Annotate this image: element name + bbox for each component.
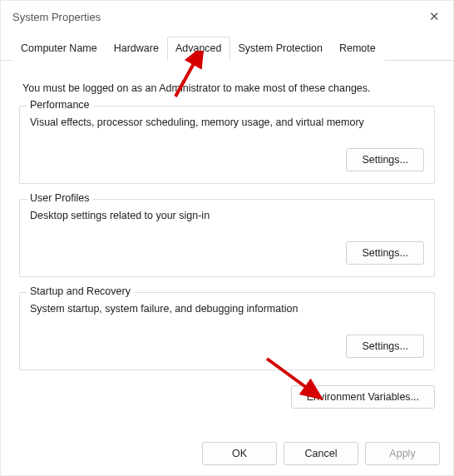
performance-settings-button[interactable]: Settings... xyxy=(346,148,424,171)
group-user-profiles-legend: User Profiles xyxy=(27,192,93,204)
group-performance-legend: Performance xyxy=(27,99,93,111)
group-startup-desc: System startup, system failure, and debu… xyxy=(30,303,424,315)
footer: OK Cancel Apply xyxy=(202,442,440,465)
user-profiles-settings-button[interactable]: Settings... xyxy=(346,241,424,265)
window-title: System Properties xyxy=(12,11,101,23)
group-startup: Startup and Recovery System startup, sys… xyxy=(19,292,435,370)
environment-variables-button[interactable]: Environment Variables... xyxy=(291,385,435,409)
tab-body: You must be logged on as an Administrato… xyxy=(1,61,453,370)
cancel-button[interactable]: Cancel xyxy=(284,442,358,465)
group-performance-btnrow: Settings... xyxy=(30,148,424,171)
intro-text: You must be logged on as an Administrato… xyxy=(22,82,432,94)
group-user-profiles-btnrow: Settings... xyxy=(30,241,424,265)
tabstrip: Computer Name Hardware Advanced System P… xyxy=(1,36,453,61)
tab-hardware[interactable]: Hardware xyxy=(106,37,167,61)
tab-system-protection[interactable]: System Protection xyxy=(230,37,331,61)
tab-advanced[interactable]: Advanced xyxy=(167,37,230,61)
group-user-profiles-desc: Desktop settings related to your sign-in xyxy=(30,210,424,221)
group-performance: Performance Visual effects, processor sc… xyxy=(19,106,435,184)
system-properties-window: System Properties ✕ Computer Name Hardwa… xyxy=(0,0,454,476)
group-startup-btnrow: Settings... xyxy=(30,335,424,358)
group-performance-desc: Visual effects, processor scheduling, me… xyxy=(30,117,424,128)
tab-computer-name[interactable]: Computer Name xyxy=(12,37,106,61)
close-icon[interactable]: ✕ xyxy=(429,9,440,24)
group-user-profiles: User Profiles Desktop settings related t… xyxy=(19,199,435,277)
apply-button[interactable]: Apply xyxy=(365,442,440,465)
env-row: Environment Variables... xyxy=(1,385,453,409)
group-startup-legend: Startup and Recovery xyxy=(27,285,134,297)
titlebar: System Properties ✕ xyxy=(1,1,453,32)
tab-remote[interactable]: Remote xyxy=(331,37,384,61)
startup-settings-button[interactable]: Settings... xyxy=(346,335,424,358)
ok-button[interactable]: OK xyxy=(202,442,277,465)
